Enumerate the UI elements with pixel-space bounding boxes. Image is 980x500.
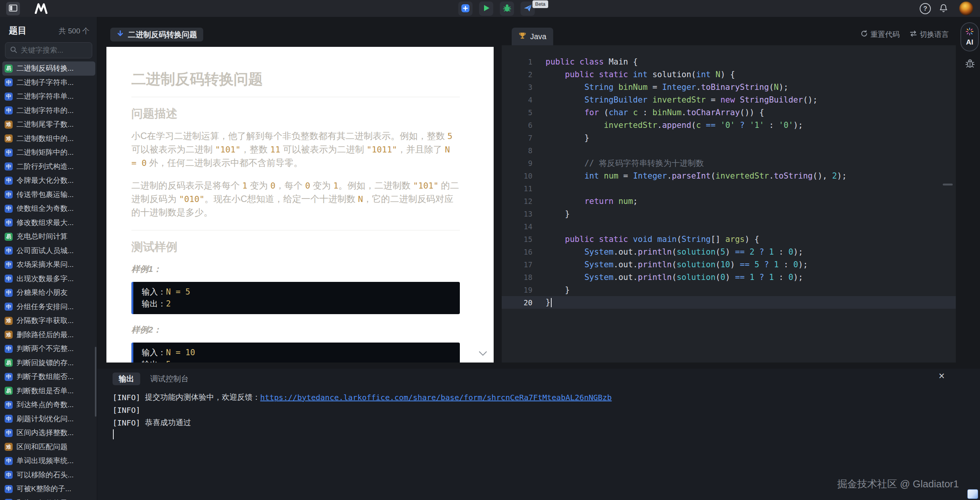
tab-output[interactable]: 输出 bbox=[113, 373, 140, 385]
problem-item[interactable]: 中 令牌最大化分数... bbox=[2, 174, 95, 188]
problem-item[interactable]: 中 单词出现频率统... bbox=[2, 454, 95, 468]
problem-item[interactable]: 易 充电总时间计算 bbox=[2, 230, 95, 244]
problem-count: 共 500 个 bbox=[59, 26, 90, 36]
code-line[interactable]: 1 public class Main { bbox=[502, 55, 956, 68]
switch-language-button[interactable]: 切换语言 bbox=[910, 30, 949, 40]
problem-item[interactable]: 难 删除路径后的最... bbox=[2, 328, 95, 342]
code-line[interactable]: 17 System.out.println(solution(10) == 5 … bbox=[502, 258, 956, 271]
reset-code-button[interactable]: 重置代码 bbox=[861, 30, 900, 40]
difficulty-badge: 难 bbox=[5, 317, 13, 325]
problem-item[interactable]: 中 和为目标值的子... bbox=[2, 496, 95, 500]
sample-io-value: N = 5 bbox=[166, 287, 190, 296]
ai-assistant-button[interactable]: AI bbox=[960, 22, 979, 51]
problem-item[interactable]: 中 二进制字符串的... bbox=[2, 104, 95, 118]
problem-item-label: 可被K整除的子... bbox=[17, 484, 71, 494]
problem-item[interactable]: 中 二进制字符串单... bbox=[2, 89, 95, 104]
code-line[interactable]: 11 bbox=[502, 182, 956, 195]
problem-item[interactable]: 中 刷题计划优化问... bbox=[2, 412, 95, 426]
problem-item[interactable]: 中 二阶行列式构造... bbox=[2, 160, 95, 174]
code-line[interactable]: 10 int num = Integer.parseInt(invertedSt… bbox=[502, 169, 956, 182]
code-line[interactable]: 8 bbox=[502, 144, 956, 157]
problem-item[interactable]: 中 区间内选择整数... bbox=[2, 426, 95, 440]
problem-item[interactable]: 易 二进制反码转换... bbox=[2, 61, 95, 76]
tab-debug-console[interactable]: 调试控制台 bbox=[144, 373, 195, 385]
problem-item[interactable]: 中 判断两个不完整... bbox=[2, 342, 95, 356]
code-line[interactable]: 14 bbox=[502, 220, 956, 233]
feedback-bug-button[interactable] bbox=[964, 58, 976, 70]
line-number: 7 bbox=[502, 134, 532, 142]
problem-item[interactable]: 中 公司面试人员城... bbox=[2, 244, 95, 258]
editor-scrollbar-thumb[interactable] bbox=[943, 184, 953, 185]
problem-item[interactable]: 中 农场采摘水果问... bbox=[2, 258, 95, 272]
problem-item[interactable]: 中 修改数组求最大... bbox=[2, 216, 95, 230]
code-line[interactable]: 9 // 将反码字符串转换为十进制数 bbox=[502, 157, 956, 169]
code-line[interactable]: 6 invertedStr.append(c == '0' ? '1' : '0… bbox=[502, 119, 956, 131]
sidebar-scrollbar[interactable] bbox=[95, 347, 96, 417]
problem-item[interactable]: 难 区间和匹配问题 bbox=[2, 440, 95, 454]
problem-item[interactable]: 难 二进制数组中的... bbox=[2, 132, 95, 146]
problem-item-label: 令牌最大化分数... bbox=[17, 175, 74, 185]
sample-io-value: 2 bbox=[166, 299, 171, 308]
problem-item[interactable]: 中 二进制子字符串... bbox=[2, 76, 95, 90]
line-number: 20 bbox=[502, 298, 532, 307]
help-button[interactable]: ? bbox=[920, 3, 931, 14]
problem-item[interactable]: 中 出现次数最多字... bbox=[2, 272, 95, 286]
problem-item[interactable]: 中 可被K整除的子... bbox=[2, 482, 95, 496]
code-line[interactable]: 7 } bbox=[502, 131, 956, 144]
problem-item[interactable]: 中 分糖果给小朋友 bbox=[2, 286, 95, 300]
problem-item[interactable]: 中 传送带包裹运输... bbox=[2, 188, 95, 202]
problem-item[interactable]: 中 分组任务安排问... bbox=[2, 300, 95, 314]
code-line[interactable]: 2 public static int solution(int N) { bbox=[502, 68, 956, 81]
language-tab[interactable]: Java bbox=[512, 28, 553, 45]
feedback-link[interactable]: https://bytedance.larkoffice.com/share/b… bbox=[260, 393, 612, 402]
marscode-logo[interactable] bbox=[34, 2, 48, 15]
search-box[interactable] bbox=[5, 42, 92, 58]
close-icon: × bbox=[939, 370, 945, 382]
problem-list: 易 二进制反码转换... 中 二进制子字符串... 中 二进制字符串单... 中… bbox=[0, 61, 97, 500]
code-line[interactable]: 3 String binNum = Integer.toBinaryString… bbox=[502, 81, 956, 93]
code-line[interactable]: 16 System.out.println(solution(5) == 2 ?… bbox=[502, 245, 956, 258]
sidebar-toggle-button[interactable] bbox=[6, 2, 20, 15]
code-line[interactable]: 20 } bbox=[502, 296, 956, 309]
problem-item[interactable]: 难 分隔数字串获取... bbox=[2, 314, 95, 328]
search-input[interactable] bbox=[21, 46, 115, 55]
code-line[interactable]: 18 System.out.println(solution(0) == 1 ?… bbox=[502, 271, 956, 283]
difficulty-badge: 中 bbox=[5, 485, 13, 493]
divider bbox=[131, 230, 460, 230]
code-line[interactable]: 13 } bbox=[502, 207, 956, 220]
difficulty-badge: 中 bbox=[5, 106, 13, 114]
problem-item[interactable]: 易 判断回旋镖的存... bbox=[2, 356, 95, 370]
editor-body[interactable]: 1 public class Main { 2 public static in… bbox=[502, 45, 956, 363]
problem-item[interactable]: 中 使数组全为奇数... bbox=[2, 202, 95, 216]
notifications-button[interactable] bbox=[938, 3, 949, 14]
problem-tab[interactable]: 二进制反码转换问题 bbox=[110, 28, 203, 41]
description-paragraph-1: 小C在学习二进制运算，他了解到每个非负整数都有其二进制表示。例如，整数 5 可以… bbox=[131, 129, 460, 170]
problem-item[interactable]: 易 判断数组是否单... bbox=[2, 384, 95, 398]
difficulty-badge: 中 bbox=[5, 219, 13, 227]
code-text: // 将反码字符串转换为十进制数 bbox=[546, 158, 704, 169]
code-line[interactable]: 15 public static void main(String[] args… bbox=[502, 233, 956, 245]
difficulty-badge: 中 bbox=[5, 345, 13, 353]
run-button[interactable] bbox=[479, 2, 493, 16]
code-line[interactable]: 4 StringBuilder invertedStr = new String… bbox=[502, 93, 956, 106]
app-window: Beta ? 题目 共 500 个 易 二进制反码转换... 中 二进制子字符串… bbox=[0, 0, 980, 500]
problem-item[interactable]: 中 到达终点的奇数... bbox=[2, 398, 95, 412]
debug-button[interactable] bbox=[500, 2, 514, 16]
search-icon bbox=[10, 46, 17, 55]
line-number: 2 bbox=[502, 70, 532, 79]
add-testcase-button[interactable] bbox=[458, 2, 473, 16]
problem-item[interactable]: 中 二进制矩阵中的... bbox=[2, 146, 95, 160]
console-line: [INFO] 恭喜成功通过 bbox=[113, 416, 965, 429]
code-line[interactable]: 5 for (char c : binNum.toCharArray()) { bbox=[502, 106, 956, 119]
code-line[interactable]: 19 } bbox=[502, 283, 956, 296]
scroll-down-chevron-icon[interactable] bbox=[478, 351, 488, 358]
screenshot-corner-icon[interactable] bbox=[967, 489, 978, 499]
close-console-button[interactable]: × bbox=[939, 371, 945, 381]
problem-item[interactable]: 中 可以移除的石头... bbox=[2, 468, 95, 482]
code-line[interactable]: 12 return num; bbox=[502, 195, 956, 207]
sample-io-label: 输出： bbox=[142, 299, 166, 308]
problem-item[interactable]: 中 判断子数组能否... bbox=[2, 370, 95, 384]
avatar[interactable] bbox=[959, 2, 973, 15]
sample-io-value: N = 10 bbox=[166, 348, 195, 357]
problem-item[interactable]: 难 二进制尾零子数... bbox=[2, 118, 95, 132]
